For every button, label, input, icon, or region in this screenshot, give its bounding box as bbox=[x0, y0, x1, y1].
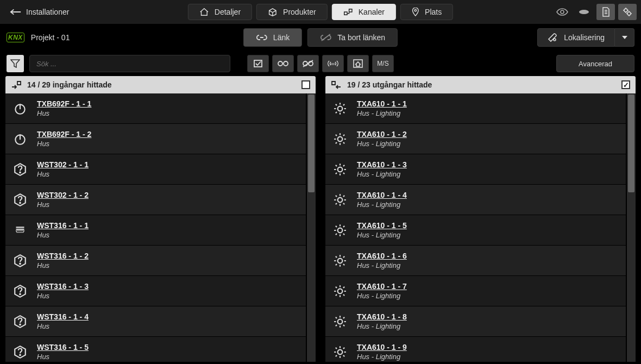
list-item[interactable]: WST302 - 1 - 1Hus bbox=[5, 154, 306, 185]
svg-point-21 bbox=[20, 324, 21, 325]
back-arrow-icon bbox=[10, 8, 22, 16]
filter-linked-button[interactable] bbox=[272, 55, 294, 72]
list-item[interactable]: TXA610 - 1 - 5Hus - Lighting bbox=[325, 215, 626, 246]
item-subtitle: Hus - Lighting bbox=[357, 200, 407, 209]
connector-icon-button[interactable] bbox=[575, 4, 593, 20]
advanced-label: Avancerad bbox=[579, 60, 612, 68]
unlink-button[interactable]: Ta bort länken bbox=[307, 28, 398, 47]
svg-point-7 bbox=[278, 61, 282, 66]
eye-icon-button[interactable] bbox=[553, 4, 571, 20]
svg-point-2 bbox=[579, 10, 589, 14]
list-item[interactable]: TXA610 - 1 - 1Hus - Lighting bbox=[325, 93, 626, 124]
item-subtitle: Hus bbox=[37, 170, 89, 178]
svg-point-25 bbox=[338, 167, 343, 172]
list-item[interactable]: TXB692F - 1 - 1Hus bbox=[5, 93, 306, 124]
item-subtitle: Hus - Lighting bbox=[357, 170, 407, 178]
nav-kanaler[interactable]: Kanaler bbox=[332, 4, 396, 20]
list-item[interactable]: TXA610 - 1 - 3Hus - Lighting bbox=[325, 154, 626, 185]
light-icon bbox=[333, 223, 347, 237]
item-title: TXA610 - 1 - 3 bbox=[357, 160, 407, 169]
linked-icon bbox=[277, 60, 289, 67]
light-icon bbox=[333, 102, 347, 116]
filter-ms-button[interactable]: M/S bbox=[372, 55, 394, 72]
unlinked-icon bbox=[302, 60, 314, 67]
advanced-button[interactable]: Avancerad bbox=[556, 55, 634, 72]
svg-point-23 bbox=[338, 106, 343, 111]
pin-icon bbox=[412, 8, 419, 16]
chevron-down-icon bbox=[622, 36, 627, 39]
nav-detaljer[interactable]: Detaljer bbox=[188, 4, 252, 20]
item-subtitle: Hus bbox=[37, 322, 89, 330]
localize-button[interactable]: Lokalisering bbox=[537, 28, 615, 47]
inputs-list[interactable]: TXB692F - 1 - 1HusTXB692F - 1 - 2HusWST3… bbox=[5, 93, 307, 362]
item-title: TXA610 - 1 - 2 bbox=[357, 130, 407, 139]
filter-rf-button[interactable]: RF bbox=[322, 55, 344, 72]
svg-rect-17 bbox=[16, 227, 24, 228]
filter-button[interactable] bbox=[7, 55, 24, 72]
blinds-icon bbox=[13, 223, 27, 237]
item-subtitle: Hus - Lighting bbox=[357, 261, 407, 269]
inputs-panel: 14 / 29 ingångar hittade TXB692F - 1 - 1… bbox=[5, 76, 316, 362]
inputs-select-all-checkbox[interactable] bbox=[301, 80, 310, 89]
outputs-select-all-checkbox[interactable] bbox=[621, 80, 630, 89]
ms-label: M/S bbox=[377, 60, 388, 67]
nav-plats[interactable]: Plats bbox=[400, 4, 453, 20]
list-item[interactable]: TXA610 - 1 - 9Hus - Lighting bbox=[325, 337, 626, 362]
search-input[interactable] bbox=[29, 55, 230, 72]
svg-point-27 bbox=[338, 228, 343, 233]
house-icon bbox=[199, 8, 209, 16]
nav-produkter[interactable]: Produkter bbox=[256, 4, 328, 20]
item-title: TXB692F - 1 - 2 bbox=[37, 130, 91, 139]
outputs-header: 19 / 23 utgångar hittade bbox=[325, 76, 636, 93]
question-icon bbox=[13, 254, 27, 268]
item-subtitle: Hus - Lighting bbox=[357, 140, 407, 148]
list-item[interactable]: TXA610 - 1 - 6Hus - Lighting bbox=[325, 246, 626, 276]
list-item[interactable]: TXA610 - 1 - 7Hus - Lighting bbox=[325, 276, 626, 306]
list-item[interactable]: TXA610 - 1 - 4Hus - Lighting bbox=[325, 185, 626, 215]
filter-home-button[interactable] bbox=[347, 55, 369, 72]
svg-point-3 bbox=[624, 9, 627, 12]
item-subtitle: Hus - Lighting bbox=[357, 353, 407, 361]
document-icon-button[interactable] bbox=[596, 4, 615, 20]
list-item[interactable]: WST316 - 1 - 4Hus bbox=[5, 306, 306, 337]
list-item[interactable]: WST316 - 1 - 2Hus bbox=[5, 246, 306, 276]
settings-icon-button[interactable] bbox=[618, 4, 637, 20]
check-square-icon bbox=[253, 59, 263, 68]
outputs-panel: 19 / 23 utgångar hittade TXA610 - 1 - 1H… bbox=[325, 76, 636, 362]
list-item[interactable]: TXA610 - 1 - 8Hus - Lighting bbox=[325, 306, 626, 337]
light-icon bbox=[333, 162, 347, 177]
back-button[interactable]: Installationer bbox=[4, 4, 74, 20]
list-item[interactable]: WST316 - 1 - 5Hus bbox=[5, 337, 306, 362]
inputs-scrollbar[interactable] bbox=[307, 93, 316, 362]
item-subtitle: Hus bbox=[37, 261, 89, 269]
list-item[interactable]: WST316 - 1 - 1Hus bbox=[5, 215, 306, 246]
item-title: TXA610 - 1 - 5 bbox=[357, 221, 407, 230]
svg-point-24 bbox=[338, 136, 343, 141]
list-item[interactable]: WST316 - 1 - 3Hus bbox=[5, 276, 306, 306]
item-title: TXB692F - 1 - 1 bbox=[37, 99, 91, 108]
list-item[interactable]: WST302 - 1 - 2Hus bbox=[5, 185, 306, 215]
outputs-list[interactable]: TXA610 - 1 - 1Hus - LightingTXA610 - 1 -… bbox=[325, 93, 627, 362]
svg-point-1 bbox=[561, 10, 564, 14]
item-subtitle: Hus - Lighting bbox=[357, 322, 407, 330]
svg-point-28 bbox=[338, 258, 343, 263]
filter-unlinked-button[interactable] bbox=[297, 55, 319, 72]
unlink-label: Ta bort länken bbox=[337, 33, 385, 42]
localize-dropdown[interactable] bbox=[615, 28, 634, 47]
power-icon bbox=[13, 132, 27, 146]
light-icon bbox=[333, 254, 347, 268]
list-item[interactable]: TXA610 - 1 - 2Hus - Lighting bbox=[325, 124, 626, 154]
link-button[interactable]: Länk bbox=[243, 28, 302, 47]
svg-point-20 bbox=[20, 293, 21, 294]
item-subtitle: Hus bbox=[37, 140, 91, 148]
filter-check-button[interactable] bbox=[247, 55, 269, 72]
list-item[interactable]: TXB692F - 1 - 2Hus bbox=[5, 124, 306, 154]
light-icon bbox=[333, 315, 347, 329]
outputs-scrollbar[interactable] bbox=[627, 93, 636, 362]
inputs-header-text: 14 / 29 ingångar hittade bbox=[27, 80, 112, 89]
back-label: Installationer bbox=[26, 8, 69, 16]
svg-point-0 bbox=[414, 10, 417, 12]
inputs-header: 14 / 29 ingångar hittade bbox=[5, 76, 316, 93]
link-label: Länk bbox=[273, 33, 290, 42]
item-title: TXA610 - 1 - 4 bbox=[357, 191, 407, 199]
